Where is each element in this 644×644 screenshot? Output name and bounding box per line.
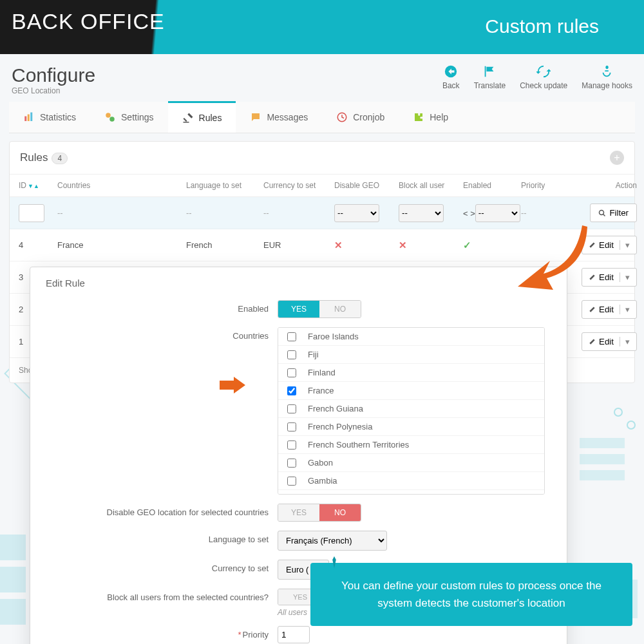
svg-point-18: [627, 421, 635, 429]
country-checkbox[interactable]: [287, 440, 296, 450]
tab-help[interactable]: Help: [399, 102, 462, 133]
country-checkbox[interactable]: [287, 332, 296, 341]
puzzle-icon: [413, 111, 424, 123]
country-item[interactable]: Fiji: [278, 346, 544, 364]
refresh-icon: [536, 64, 551, 79]
country-name: France: [308, 386, 334, 395]
col-curr[interactable]: Currency to set: [263, 181, 334, 190]
country-item[interactable]: Gabon: [278, 454, 544, 472]
col-block[interactable]: Block all user: [399, 181, 463, 190]
svg-rect-12: [580, 438, 625, 448]
svg-rect-14: [580, 470, 625, 480]
annotation-arrow-big: [511, 219, 589, 296]
modal-title: Edit Rule: [46, 278, 551, 289]
translate-button[interactable]: Translate: [474, 64, 506, 90]
check-update-button[interactable]: Check update: [520, 64, 567, 90]
info-callout: You can define your custom rules to proc…: [310, 563, 632, 626]
country-checkbox[interactable]: [287, 459, 296, 468]
svg-point-17: [614, 408, 622, 416]
chat-icon: [250, 111, 261, 123]
tab-messages[interactable]: Messages: [236, 102, 322, 133]
country-name: Finland: [308, 368, 336, 377]
country-checkbox[interactable]: [287, 386, 296, 395]
enabled-toggle[interactable]: YESNO: [278, 300, 361, 318]
tab-cronjob[interactable]: Cronjob: [322, 102, 399, 133]
pencil-icon: [589, 338, 596, 345]
edit-button[interactable]: Edit▾: [582, 268, 637, 287]
svg-rect-5: [0, 535, 26, 560]
country-name: French Guiana: [308, 404, 363, 413]
currency-label: Currency to set: [46, 560, 278, 573]
country-checkbox[interactable]: [287, 350, 296, 359]
table-header: ID▼▲ Countries Language to set Currency …: [10, 175, 634, 197]
country-item[interactable]: French Southern Territories: [278, 436, 544, 454]
edit-button[interactable]: Edit▾: [582, 236, 637, 254]
country-checkbox[interactable]: [287, 422, 296, 431]
svg-rect-0: [0, 599, 26, 625]
svg-point-22: [106, 113, 111, 118]
priority-input[interactable]: [278, 626, 310, 643]
country-checkbox[interactable]: [287, 477, 296, 486]
filter-button[interactable]: Filter: [590, 204, 637, 222]
anchor-icon: [600, 64, 614, 79]
country-checkbox[interactable]: [287, 368, 296, 377]
brand-label: BACK OFFICE: [12, 9, 165, 34]
block-label: Block all users from the selected countr…: [46, 589, 278, 602]
svg-point-23: [109, 117, 115, 122]
country-name: French Southern Territories: [308, 440, 409, 450]
manage-hooks-button[interactable]: Manage hooks: [582, 64, 632, 90]
translate-label: Translate: [474, 81, 506, 90]
tab-rules[interactable]: Rules: [168, 101, 236, 133]
countries-listbox[interactable]: Faroe IslandsFijiFinlandFranceFrench Gui…: [278, 327, 545, 495]
country-name: French Polynesia: [308, 422, 372, 431]
cross-icon: ✕: [399, 240, 463, 251]
country-item[interactable]: Georgia: [278, 490, 544, 495]
filter-id-input[interactable]: [19, 204, 44, 222]
filter-block-select[interactable]: --: [399, 204, 444, 222]
pencil-icon: [589, 242, 596, 249]
search-icon: [598, 209, 606, 217]
col-countries[interactable]: Countries: [57, 181, 186, 190]
col-lang[interactable]: Language to set: [186, 181, 263, 190]
panel-title: Rules4: [20, 151, 68, 164]
language-label: Language to set: [46, 531, 278, 544]
country-item[interactable]: Faroe Islands: [278, 328, 544, 346]
country-item[interactable]: French Guiana: [278, 400, 544, 418]
enabled-label: Enabled: [46, 300, 278, 314]
tab-settings[interactable]: Settings: [90, 102, 168, 133]
col-disable[interactable]: Disable GEO: [334, 181, 399, 190]
edit-button[interactable]: Edit▾: [582, 300, 637, 319]
disable-geo-toggle[interactable]: YESNO: [278, 504, 361, 522]
svg-rect-3: [0, 567, 26, 592]
tab-statistics[interactable]: Statistics: [9, 102, 90, 133]
svg-rect-19: [24, 117, 26, 122]
edit-button[interactable]: Edit▾: [582, 332, 637, 351]
country-item[interactable]: Finland: [278, 364, 544, 382]
back-button[interactable]: Back: [442, 64, 460, 90]
back-label: Back: [442, 81, 460, 90]
gavel-icon: [182, 112, 194, 124]
priority-label: *Priority: [46, 626, 278, 639]
language-select[interactable]: Français (French): [278, 531, 387, 551]
country-checkbox[interactable]: [287, 404, 296, 413]
country-name: Fiji: [308, 350, 319, 359]
col-enabled[interactable]: Enabled: [463, 181, 521, 190]
country-checkbox[interactable]: [287, 495, 296, 495]
svg-rect-13: [580, 454, 625, 464]
page-title-block: Configure GEO Location: [12, 64, 95, 95]
filter-disable-select[interactable]: --: [334, 204, 379, 222]
col-id[interactable]: ID▼▲: [19, 181, 57, 190]
banner-title: Custom rules: [485, 15, 599, 37]
flag-icon: [482, 64, 497, 79]
country-item[interactable]: Gambia: [278, 472, 544, 490]
add-rule-button[interactable]: +: [610, 151, 624, 165]
col-priority[interactable]: Priority: [521, 181, 566, 190]
country-item[interactable]: French Polynesia: [278, 418, 544, 436]
check-label: Check update: [520, 81, 567, 90]
sort-icon: ▼▲: [28, 183, 39, 189]
caret-down-icon: ▾: [620, 272, 630, 282]
country-item[interactable]: France: [278, 382, 544, 400]
countries-label: Countries: [46, 327, 278, 341]
bars-icon: [23, 111, 35, 123]
col-action: Action: [566, 181, 637, 190]
